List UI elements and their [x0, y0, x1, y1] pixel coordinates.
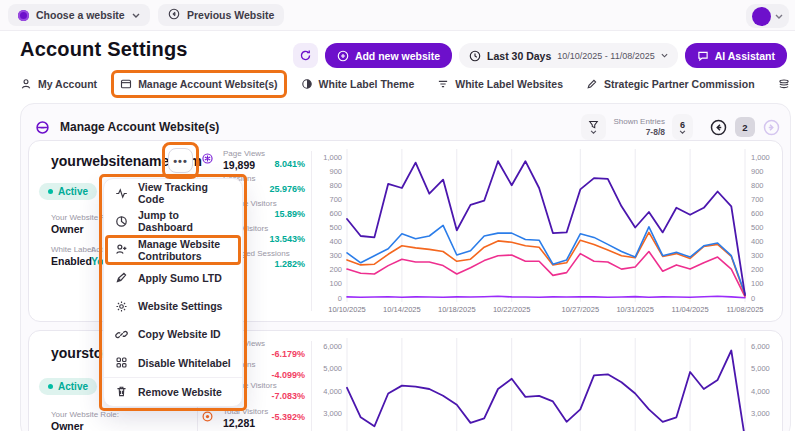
- svg-text:5,000: 5,000: [751, 364, 770, 373]
- filter-button[interactable]: [581, 114, 606, 140]
- menu-item-website-settings[interactable]: Website Settings: [104, 292, 242, 320]
- tab-manage-account-websites[interactable]: Manage Account Website(s): [120, 78, 277, 90]
- menu-item-disable-whitelabel[interactable]: Disable Whitelabel: [104, 349, 242, 377]
- svg-text:900: 900: [751, 167, 764, 176]
- row-actions-button[interactable]: •••: [168, 148, 193, 173]
- chevron-down-icon: [775, 14, 783, 19]
- chat-icon: [697, 50, 709, 62]
- menu-item-apply-sumo-ltd[interactable]: Apply Sumo LTD: [104, 264, 242, 292]
- tab-my-account[interactable]: My Account: [20, 78, 97, 90]
- divider: [311, 151, 312, 311]
- svg-text:800: 800: [329, 181, 342, 190]
- panel-title: Manage Account Website(s): [60, 120, 219, 134]
- divider: [311, 341, 312, 431]
- refresh-icon: [299, 49, 312, 62]
- row-actions-menu: View Tracking Code Jump to Dashboard Man…: [103, 178, 243, 407]
- svg-text:10/22/2025: 10/22/2025: [493, 305, 531, 314]
- menu-item-view-tracking-code[interactable]: View Tracking Code: [104, 179, 242, 207]
- account-menu[interactable]: [746, 4, 789, 28]
- svg-text:0: 0: [338, 294, 342, 303]
- previous-website-label: Previous Website: [187, 9, 274, 21]
- funnel-icon: [588, 120, 599, 130]
- svg-text:500: 500: [329, 223, 342, 232]
- tab-strategic-partner-commission[interactable]: Strategic Partner Commission: [586, 78, 755, 90]
- chevron-down-icon: [132, 13, 140, 18]
- chevron-down-icon: [679, 130, 686, 134]
- svg-text:400: 400: [751, 237, 764, 246]
- role-field: Your Website Role: Owner: [51, 410, 119, 431]
- next-page-button[interactable]: [763, 119, 780, 136]
- svg-text:4,000: 4,000: [323, 387, 342, 396]
- menu-item-copy-website-id[interactable]: Copy Website ID: [104, 320, 242, 348]
- page-views-icon: [201, 151, 214, 169]
- plus-circle-icon: [337, 50, 349, 62]
- svg-text:700: 700: [751, 195, 764, 204]
- link-icon: [115, 328, 128, 341]
- chevron-down-icon: [661, 53, 668, 58]
- white-label-field: White Label: Enabled: [51, 245, 95, 267]
- ai-assistant-button[interactable]: AI Assistant: [685, 43, 787, 68]
- pie-chart-icon: [115, 215, 128, 228]
- svg-text:400: 400: [329, 237, 342, 246]
- gear-icon: [115, 300, 128, 313]
- tab-white-label-websites[interactable]: White Label Websites: [437, 78, 563, 90]
- svg-text:600: 600: [329, 209, 342, 218]
- status-dot-icon: [48, 189, 53, 194]
- status-badge: Active: [39, 378, 97, 395]
- svg-text:10/27/2025: 10/27/2025: [562, 305, 600, 314]
- svg-text:0: 0: [751, 294, 755, 303]
- svg-text:200: 200: [751, 265, 764, 274]
- user-icon: [20, 78, 32, 90]
- tab-white-label-theme[interactable]: White Label Theme: [301, 78, 415, 90]
- date-range-picker[interactable]: Last 30 Days 10/10/2025 - 11/08/2025: [459, 43, 678, 68]
- date-range-value: 10/10/2025 - 11/08/2025: [557, 51, 654, 61]
- layers-icon: [778, 78, 790, 90]
- svg-text:300: 300: [329, 251, 342, 260]
- add-new-website-button[interactable]: Add new website: [325, 43, 452, 68]
- svg-text:5,000: 5,000: [323, 364, 342, 373]
- browser-icon: [120, 78, 132, 90]
- svg-text:100: 100: [329, 279, 342, 288]
- traffic-chart: 0010010020020030030040040050050060060070…: [311, 141, 784, 323]
- previous-website-button[interactable]: Previous Website: [158, 4, 284, 26]
- top-bar: Choose a website Previous Website: [0, 0, 795, 31]
- svg-text:10/18/2025: 10/18/2025: [438, 305, 476, 314]
- website-favicon-icon: [18, 10, 29, 21]
- total-visitors-icon: [201, 409, 214, 427]
- current-page-indicator: 2: [735, 117, 755, 137]
- status-dot-icon: [48, 384, 53, 389]
- arrow-right-circle-icon: [763, 119, 780, 136]
- activity-icon: [115, 187, 128, 200]
- svg-text:1,000: 1,000: [751, 153, 770, 162]
- stat-page-views: Page Views 19,899 8.041%: [223, 149, 307, 171]
- avatar: [752, 7, 771, 26]
- shown-entries: Shown Entries 7-8/8: [613, 117, 665, 138]
- svg-text:900: 900: [329, 167, 342, 176]
- choose-website-dropdown[interactable]: Choose a website: [8, 4, 150, 26]
- svg-text:11/04/2025: 11/04/2025: [672, 305, 709, 314]
- trash-icon: [115, 385, 128, 398]
- header-actions: Add new website Last 30 Days 10/10/2025 …: [293, 43, 787, 68]
- svg-text:300: 300: [751, 251, 764, 260]
- menu-item-manage-website-contributors[interactable]: Manage Website Contributors: [104, 236, 242, 264]
- chevron-down-icon: [590, 130, 597, 134]
- choose-website-label: Choose a website: [36, 9, 125, 21]
- menu-item-remove-website[interactable]: Remove Website: [104, 377, 242, 406]
- visitors-chart: 3,0003,0004,0004,0005,0005,0006,0006,000: [311, 331, 784, 431]
- per-page-select[interactable]: 6: [672, 114, 693, 140]
- svg-text:3,000: 3,000: [323, 409, 342, 418]
- app-window: Choose a website Previous Website Accoun…: [0, 0, 795, 431]
- tab-invoices[interactable]: Invoices: [778, 78, 795, 90]
- pen-nib-icon: [115, 271, 128, 284]
- svg-text:500: 500: [751, 223, 764, 232]
- svg-text:4,000: 4,000: [751, 387, 770, 396]
- menu-item-jump-to-dashboard[interactable]: Jump to Dashboard: [104, 207, 242, 235]
- svg-text:10/10/2025: 10/10/2025: [328, 305, 366, 314]
- svg-text:600: 600: [751, 209, 764, 218]
- pen-icon: [586, 78, 598, 90]
- refresh-button[interactable]: [293, 43, 318, 68]
- filter-lines-icon: [437, 78, 449, 90]
- prev-page-button[interactable]: [710, 119, 727, 136]
- settings-tab-bar: My Account Manage Account Website(s) Whi…: [20, 78, 795, 90]
- svg-text:10/14/2025: 10/14/2025: [383, 305, 421, 314]
